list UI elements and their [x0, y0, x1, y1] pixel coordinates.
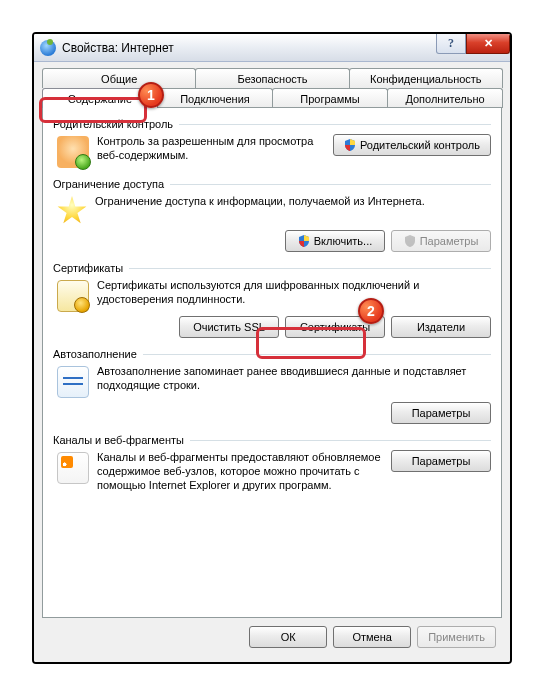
parental-desc: Контроль за разрешенным для просмотра ве…	[97, 134, 325, 162]
tab-privacy[interactable]: Конфиденциальность	[349, 68, 503, 88]
tab-panel-content: Родительский контроль Контроль за разреш…	[42, 107, 502, 618]
restrict-desc: Ограничение доступа к информации, получа…	[95, 194, 491, 208]
enable-button[interactable]: Включить...	[285, 230, 385, 252]
group-title-restrict: Ограничение доступа	[53, 178, 164, 190]
tab-programs[interactable]: Программы	[272, 88, 388, 108]
autofill-params-button[interactable]: Параметры	[391, 402, 491, 424]
feeds-desc: Каналы и веб-фрагменты предоставляют обн…	[97, 450, 383, 492]
uac-shield-icon	[298, 235, 310, 247]
internet-options-icon	[40, 40, 56, 56]
tab-security[interactable]: Безопасность	[195, 68, 349, 88]
parental-control-icon	[57, 136, 89, 168]
group-title-certs: Сертификаты	[53, 262, 123, 274]
tab-content[interactable]: Содержание	[42, 88, 158, 108]
dialog-buttons: ОК Отмена Применить	[42, 618, 502, 654]
certificates-button[interactable]: Сертификаты	[285, 316, 385, 338]
restrict-params-button: Параметры	[391, 230, 491, 252]
publishers-button[interactable]: Издатели	[391, 316, 491, 338]
tab-connections[interactable]: Подключения	[157, 88, 273, 108]
help-button[interactable]: ?	[436, 34, 466, 54]
group-title-feeds: Каналы и веб-фрагменты	[53, 434, 184, 446]
tab-advanced[interactable]: Дополнительно	[387, 88, 503, 108]
certs-desc: Сертификаты используются для шифрованных…	[97, 278, 491, 306]
group-title-autofill: Автозаполнение	[53, 348, 137, 360]
titlebar: Свойства: Интернет ? ✕	[34, 34, 510, 62]
content-advisor-icon	[57, 196, 87, 226]
close-button[interactable]: ✕	[466, 34, 510, 54]
parental-control-button[interactable]: Родительский контроль	[333, 134, 491, 156]
autocomplete-icon	[57, 366, 89, 398]
dialog-window: Свойства: Интернет ? ✕ Общие Безопасност…	[34, 34, 510, 662]
uac-shield-icon	[344, 139, 356, 151]
apply-button: Применить	[417, 626, 496, 648]
tab-general[interactable]: Общие	[42, 68, 196, 88]
feeds-icon	[57, 452, 89, 484]
group-title-parental: Родительский контроль	[53, 118, 173, 130]
ok-button[interactable]: ОК	[249, 626, 327, 648]
certificate-icon	[57, 280, 89, 312]
clear-ssl-button[interactable]: Очистить SSL	[179, 316, 279, 338]
tab-strip: Общие Безопасность Конфиденциальность Со…	[42, 68, 502, 108]
cancel-button[interactable]: Отмена	[333, 626, 411, 648]
uac-shield-icon	[404, 235, 416, 247]
window-title: Свойства: Интернет	[62, 41, 174, 55]
feeds-params-button[interactable]: Параметры	[391, 450, 491, 472]
autofill-desc: Автозаполнение запоминает ранее вводивши…	[97, 364, 491, 392]
